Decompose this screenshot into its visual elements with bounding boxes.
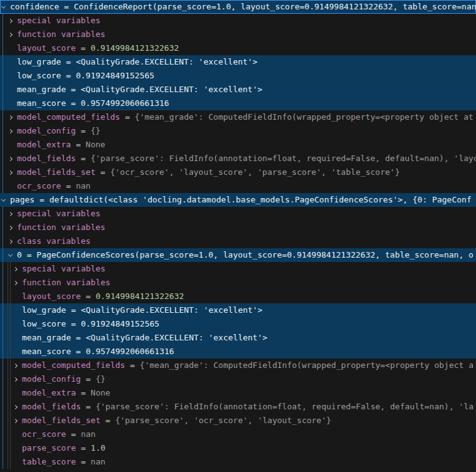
chevron-down-icon[interactable]	[7, 248, 17, 262]
variable-row-function-variables[interactable]: function variables	[0, 28, 476, 41]
variable-row-pages[interactable]: pages = defaultdict(<class 'docling.data…	[0, 193, 476, 207]
variable-row-model-computed-fields[interactable]: model_computed_fields = {'mean_grade': C…	[0, 359, 476, 372]
variable-row-layout-score[interactable]: layout_score = 0.9149984121322632	[0, 290, 476, 303]
variable-row-mean-score[interactable]: mean_score = 0.9574992060661316	[0, 345, 476, 359]
indent-guide	[8, 427, 8, 441]
variable-row-model-extra[interactable]: model_extra = None	[0, 138, 476, 152]
variable-name: model_computed_fields	[17, 110, 120, 124]
indent-guide	[3, 97, 3, 110]
variable-value: 0.9149984121322632	[95, 290, 184, 303]
indent-guide	[3, 290, 3, 303]
variable-row-ocr-score[interactable]: ocr_score = nan	[0, 179, 476, 193]
variable-row-layout-score[interactable]: layout_score = 0.9149984121322632	[0, 41, 476, 55]
variable-name: table_score	[22, 455, 76, 469]
indent-guide	[3, 386, 3, 400]
chevron-glyph	[13, 363, 18, 367]
chevron-right-icon[interactable]	[12, 372, 22, 386]
variable-row-mean-grade[interactable]: mean_grade = <QualityGrade.EXCELLENT: 'e…	[0, 331, 476, 345]
chevron-right-icon[interactable]	[7, 207, 17, 221]
variable-row-special-variables[interactable]: special variables	[0, 207, 476, 221]
indent-guide	[8, 331, 8, 345]
chevron-right-icon[interactable]	[12, 414, 22, 427]
variable-row-model-fields[interactable]: model_fields = {'parse_score': FieldInfo…	[0, 400, 476, 414]
variable-name: low_grade	[22, 303, 66, 317]
indent-guide	[10, 303, 11, 317]
indent-guide	[3, 400, 3, 414]
indent-guide	[10, 441, 11, 455]
variable-row-0[interactable]: 0 = PageConfidenceScores(parse_score=1.0…	[0, 248, 476, 262]
chevron-right-icon[interactable]	[12, 359, 22, 372]
variable-value: <QualityGrade.EXCELLENT: 'excellent'>	[81, 303, 263, 317]
chevron-right-icon[interactable]	[7, 221, 17, 234]
variable-row-model-fields-set[interactable]: model_fields_set = {'ocr_score', 'layout…	[0, 165, 476, 179]
variable-row-class-variables[interactable]: class variables	[0, 234, 476, 248]
equals-sign: =	[66, 97, 80, 110]
variable-name: confidence	[10, 0, 59, 14]
variable-name: low_score	[17, 69, 61, 83]
chevron-right-icon[interactable]	[7, 124, 17, 138]
variable-row-model-config[interactable]: model_config = {}	[0, 124, 476, 138]
variable-row-special-variables[interactable]: special variables	[0, 14, 476, 28]
variable-row-model-fields-set[interactable]: model_fields_set = {'parse_score', 'ocr_…	[0, 414, 476, 427]
variable-row-confidence[interactable]: confidence = ConfidenceReport(parse_scor…	[0, 0, 476, 14]
variable-name: layout_score	[22, 290, 81, 303]
chevron-right-icon[interactable]	[12, 262, 22, 276]
variable-row-low-grade[interactable]: low_grade = <QualityGrade.EXCELLENT: 'ex…	[0, 55, 476, 69]
chevron-right-icon[interactable]	[7, 28, 17, 41]
equals-sign: =	[81, 290, 95, 303]
indent-guide	[8, 372, 8, 386]
equals-sign: =	[61, 179, 75, 193]
variable-row-parse-score[interactable]: parse_score = 1.0	[0, 441, 476, 455]
variable-value: 0.91924849152565	[81, 317, 159, 331]
variable-row-special-variables[interactable]: special variables	[0, 262, 476, 276]
variable-row-mean-grade[interactable]: mean_grade = <QualityGrade.EXCELLENT: 'e…	[0, 83, 476, 97]
chevron-right-icon[interactable]	[12, 276, 22, 290]
variable-row-model-extra[interactable]: model_extra = None	[0, 386, 476, 400]
chevron-down-icon[interactable]	[0, 0, 10, 14]
variable-row-low-score[interactable]: low_score = 0.91924849152565	[0, 69, 476, 83]
variable-row-low-score[interactable]: low_score = 0.91924849152565	[0, 317, 476, 331]
variable-value: {'mean_grade': ComputedFieldInfo(wrapped…	[135, 110, 476, 124]
variable-row-function-variables[interactable]: function variables	[0, 221, 476, 234]
variable-value: None	[86, 138, 105, 152]
chevron-right-icon[interactable]	[7, 234, 17, 248]
variable-name: model_fields	[22, 400, 81, 414]
variable-row-table-score[interactable]: table_score = nan	[0, 455, 476, 469]
indent-spacer	[0, 228, 7, 228]
equals-sign: =	[125, 359, 139, 372]
chevron-right-icon[interactable]	[7, 165, 17, 179]
chevron-right-icon[interactable]	[7, 14, 17, 28]
equals-sign: =	[76, 455, 90, 469]
variable-name: model_fields	[17, 152, 76, 165]
chevron-down-icon[interactable]	[0, 193, 10, 207]
variable-row-mean-score[interactable]: mean_score = 0.9574992060661316	[0, 97, 476, 110]
chevron-right-icon[interactable]	[7, 152, 17, 165]
indent-guide	[8, 303, 8, 317]
variable-value: {'parse_score', 'ocr_score', 'layout_sco…	[115, 414, 331, 427]
variable-value: {}	[95, 372, 105, 386]
variable-name: model_fields_set	[22, 414, 100, 427]
variable-row-low-grade[interactable]: low_grade = <QualityGrade.EXCELLENT: 'ex…	[0, 303, 476, 317]
indent-guide	[3, 152, 3, 165]
variable-row-ocr-score[interactable]: ocr_score = nan	[0, 427, 476, 441]
indent-spacer	[0, 159, 7, 159]
equals-sign: =	[34, 193, 49, 207]
variable-row-function-variables[interactable]: function variables	[0, 276, 476, 290]
equals-sign: =	[59, 0, 73, 14]
indent-guide	[10, 455, 11, 469]
variable-row-model-config[interactable]: model_config = {}	[0, 372, 476, 386]
chevron-right-icon[interactable]	[7, 110, 17, 124]
chevron-right-icon[interactable]	[12, 400, 22, 414]
variable-row-model-computed-fields[interactable]: model_computed_fields = {'mean_grade': C…	[0, 110, 476, 124]
indent-spacer	[0, 34, 7, 35]
indent-guide	[8, 317, 8, 331]
indent-guide	[3, 427, 3, 441]
equals-sign: =	[66, 303, 80, 317]
indent-guide	[3, 165, 3, 179]
indent-guide	[3, 441, 3, 455]
variable-row-model-fields[interactable]: model_fields = {'parse_score': FieldInfo…	[0, 152, 476, 165]
variable-value: 0.9149984121322632	[90, 41, 179, 55]
chevron-glyph	[8, 252, 13, 256]
indent-guide	[3, 262, 3, 276]
indent-guide	[8, 359, 8, 372]
